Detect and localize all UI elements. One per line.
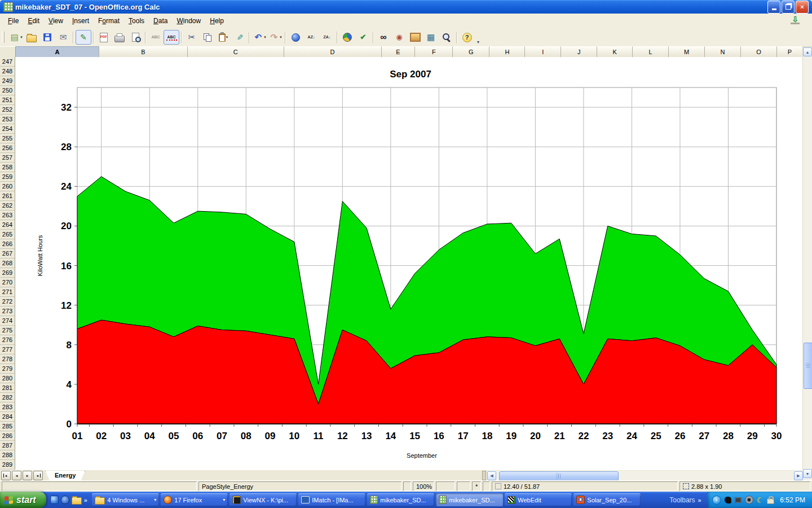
row-header-252[interactable]: 252 [0,105,15,115]
column-header-B[interactable]: B [99,46,188,57]
dropdown-arrow-icon[interactable]: ▾ [226,35,228,40]
column-header-L[interactable]: L [633,46,669,57]
autospellcheck-button[interactable]: ABC [164,30,179,45]
zoom-button[interactable] [439,30,454,45]
row-header-254[interactable]: 254 [0,124,15,134]
sort-ascending-button[interactable]: AZ↓ [303,30,319,45]
row-header-283[interactable]: 283 [0,402,15,412]
row-header-257[interactable]: 257 [0,153,15,163]
status-modified[interactable]: * [472,481,481,491]
page-preview-button[interactable] [127,30,143,45]
column-header-I[interactable]: I [525,46,561,57]
sort-descending-button[interactable]: ZA↓ [319,30,335,45]
toolbar-grip[interactable] [2,32,5,43]
sheet-canvas[interactable]: 0102030405060708091011121314151617181920… [15,57,803,470]
dropdown-arrow-icon[interactable]: ▾ [264,35,266,40]
row-header-284[interactable]: 284 [0,412,15,422]
find-replace-button[interactable]: ∞ [376,30,391,45]
status-empty-4[interactable] [457,481,470,491]
redo-button[interactable]: ↷▾ [267,30,283,45]
row-header-281[interactable]: 281 [0,383,15,393]
print-button[interactable] [112,30,127,45]
menu-file[interactable]: File [3,15,23,27]
scroll-up-button[interactable]: ▲ [803,47,812,56]
insert-chart-button[interactable] [339,30,355,45]
horizontal-scroll-track[interactable] [496,471,794,480]
chart[interactable]: 0102030405060708091011121314151617181920… [15,57,803,470]
navigator-button[interactable]: ◉ [391,30,407,45]
menu-window[interactable]: Window [172,15,205,27]
column-header-H[interactable]: H [489,46,525,57]
row-header-276[interactable]: 276 [0,335,15,345]
start-button[interactable]: start [0,492,46,508]
row-header-277[interactable]: 277 [0,345,15,354]
vertical-scroll-thumb[interactable] [804,343,812,389]
row-header-264[interactable]: 264 [0,220,15,230]
task-button-4[interactable]: IMatch - [IMa... [298,493,365,506]
status-zoom[interactable]: 100% [413,481,434,491]
column-header-D[interactable]: D [284,46,382,57]
menu-tools[interactable]: Tools [124,15,149,27]
status-size[interactable]: 2.88 x 1.90 [679,481,810,491]
scrollbar-splitter[interactable] [482,471,486,480]
row-header-285[interactable]: 285 [0,422,15,431]
row-header-268[interactable]: 268 [0,259,15,268]
copy-button[interactable] [200,30,215,45]
row-header-255[interactable]: 255 [0,134,15,143]
gallery-button[interactable] [407,30,423,45]
dropdown-arrow-icon[interactable]: ▾ [20,35,23,40]
quick-launch-folder-icon[interactable] [72,497,82,505]
column-header-K[interactable]: K [597,46,633,57]
hyperlink-button[interactable] [288,30,303,45]
row-header-278[interactable]: 278 [0,354,15,364]
undo-button[interactable]: ↶▾ [251,30,267,45]
horizontal-scroll-thumb[interactable] [499,471,619,481]
status-empty-1[interactable] [2,481,197,491]
task-button-2[interactable]: 17 Firefox▾ [161,493,228,506]
column-header-F[interactable]: F [415,46,453,57]
previous-sheet-button[interactable]: ◂ [12,471,21,480]
row-header-287[interactable]: 287 [0,441,15,450]
column-header-A[interactable]: A [16,46,99,57]
status-pagestyle[interactable]: PageStyle_Energy [198,481,401,491]
row-header-289[interactable]: 289 [0,460,15,470]
row-header-271[interactable]: 271 [0,287,15,297]
column-header-E[interactable]: E [382,46,416,57]
row-header-249[interactable]: 249 [0,76,15,86]
horizontal-scrollbar[interactable]: ◀ ▶ [487,471,803,480]
quick-launch-overflow-chevron[interactable]: » [84,497,87,503]
email-button[interactable]: ✉ [55,30,71,45]
quick-launch-app-icon[interactable] [50,496,59,504]
menu-edit[interactable]: Edit [23,15,44,27]
menu-insert[interactable]: Insert [68,15,94,27]
row-header-274[interactable]: 274 [0,316,15,326]
task-button-3[interactable]: ViewNX - K:\pi... [230,493,297,506]
row-header-251[interactable]: 251 [0,95,15,105]
status-empty-3[interactable] [436,481,455,491]
column-header-C[interactable]: C [188,46,284,57]
row-header-262[interactable]: 262 [0,201,15,211]
row-header-258[interactable]: 258 [0,163,15,172]
row-header-275[interactable]: 275 [0,326,15,335]
task-button-7[interactable]: WebEdit [505,493,572,506]
column-header-N[interactable]: N [705,46,741,57]
menu-view[interactable]: View [44,15,68,27]
task-button-1[interactable]: 4 Windows ...▾ [92,493,159,506]
restore-button[interactable] [782,1,795,14]
tray-app-icon-3[interactable] [745,496,753,504]
quick-launch-mail-icon[interactable] [61,496,69,504]
scroll-right-button[interactable]: ▶ [794,471,803,480]
row-header-263[interactable]: 263 [0,211,15,220]
last-sheet-button[interactable]: ▸ [33,471,43,480]
minimize-button[interactable] [767,1,780,14]
help-button[interactable]: ? [459,30,475,45]
row-header-280[interactable]: 280 [0,374,15,383]
toolbar-overflow-button[interactable]: ▾ [477,40,479,46]
row-header-247[interactable]: 247 [0,57,15,67]
row-header-272[interactable]: 272 [0,297,15,306]
pdf-export-button[interactable]: PDF [96,30,112,45]
load-url-icon[interactable]: ⇩ [791,16,800,24]
column-header-O[interactable]: O [741,46,777,57]
paste-button[interactable]: ▾ [215,30,231,45]
scroll-left-button[interactable]: ◀ [487,471,496,480]
